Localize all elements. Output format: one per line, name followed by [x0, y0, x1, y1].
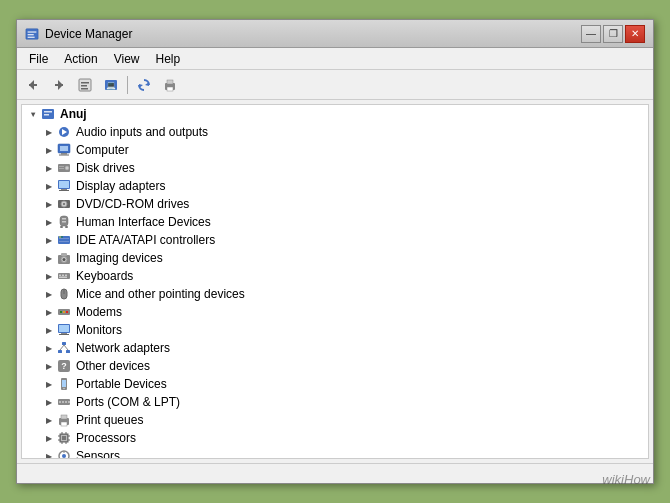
svg-rect-88 — [62, 436, 66, 440]
item-label: Display adapters — [76, 179, 165, 193]
list-item[interactable]: ▶ Modems — [22, 303, 648, 321]
list-item[interactable]: ▶ Imaging devices — [22, 249, 648, 267]
list-item[interactable]: ▶ Audio inputs and outputs — [22, 123, 648, 141]
expand-arrow[interactable]: ▶ — [42, 431, 56, 445]
expand-arrow[interactable]: ▶ — [42, 161, 56, 175]
svg-rect-56 — [65, 275, 67, 277]
disk-icon — [56, 160, 72, 176]
expand-arrow[interactable]: ▶ — [42, 413, 56, 427]
list-item[interactable]: ▶ Monitors — [22, 321, 648, 339]
svg-rect-25 — [60, 146, 68, 151]
list-item[interactable]: ▶ Network adapters — [22, 339, 648, 357]
svg-rect-17 — [167, 80, 173, 84]
svg-text:?: ? — [61, 361, 67, 371]
list-item[interactable]: ▶ Display adapters — [22, 177, 648, 195]
item-label: IDE ATA/ATAPI controllers — [76, 233, 215, 247]
title-bar: Device Manager — ❐ ✕ — [17, 20, 653, 48]
svg-rect-70 — [66, 350, 70, 353]
item-label: Sensors — [76, 449, 120, 459]
expand-arrow[interactable]: ▶ — [42, 395, 56, 409]
expand-arrow[interactable]: ▶ — [42, 233, 56, 247]
svg-rect-66 — [61, 333, 67, 334]
properties-button[interactable] — [73, 74, 97, 96]
svg-rect-43 — [65, 226, 68, 228]
svg-rect-54 — [59, 275, 61, 277]
list-item[interactable]: ▶ Disk drives — [22, 159, 648, 177]
imaging-icon — [56, 250, 72, 266]
expand-arrow[interactable]: ▶ — [42, 215, 56, 229]
sensor-icon — [56, 448, 72, 459]
item-label: Audio inputs and outputs — [76, 125, 208, 139]
svg-rect-68 — [62, 342, 66, 345]
print-button[interactable] — [158, 74, 182, 96]
update-driver-button[interactable]: 💻 — [99, 74, 123, 96]
list-item[interactable]: ▶ Computer — [22, 141, 648, 159]
keyboard-icon — [56, 268, 72, 284]
svg-point-81 — [65, 401, 67, 403]
list-item[interactable]: ▶ Portable Devices — [22, 375, 648, 393]
menu-bar: File Action View Help — [17, 48, 653, 70]
item-label: Mice and other pointing devices — [76, 287, 245, 301]
svg-rect-2 — [28, 34, 34, 35]
menu-action[interactable]: Action — [56, 50, 105, 68]
device-tree[interactable]: ▾ Anuj ▶ — [21, 104, 649, 459]
expand-arrow[interactable]: ▶ — [42, 305, 56, 319]
tree-root[interactable]: ▾ Anuj — [22, 105, 648, 123]
list-item[interactable]: ▶ Ports (COM & LPT) — [22, 393, 648, 411]
svg-rect-1 — [28, 31, 37, 32]
svg-rect-7 — [55, 84, 63, 86]
title-bar-left: Device Manager — [25, 27, 132, 41]
forward-button[interactable] — [47, 74, 71, 96]
window-icon — [25, 27, 39, 41]
restore-button[interactable]: ❐ — [603, 25, 623, 43]
back-button[interactable] — [21, 74, 45, 96]
close-button[interactable]: ✕ — [625, 25, 645, 43]
list-item[interactable]: ▶ Process — [22, 429, 648, 447]
list-item[interactable]: ▶ IDE ATA/ATAPI controllers — [22, 231, 648, 249]
svg-rect-33 — [59, 181, 69, 188]
expand-arrow[interactable]: ▶ — [42, 377, 56, 391]
list-item[interactable]: ▶ Keyboards — [22, 267, 648, 285]
list-item[interactable]: ▶ Mice and other pointing devices — [22, 285, 648, 303]
list-item[interactable]: ▶ ? Other devices — [22, 357, 648, 375]
ports-icon — [56, 394, 72, 410]
expand-arrow[interactable]: ▶ — [42, 341, 56, 355]
svg-rect-31 — [59, 168, 64, 169]
svg-rect-5 — [29, 84, 37, 86]
expand-arrow[interactable]: ▶ — [42, 269, 56, 283]
wikihow-watermark: wikiHow — [602, 472, 650, 487]
root-icon — [40, 106, 56, 122]
menu-help[interactable]: Help — [148, 50, 189, 68]
root-expand-arrow[interactable]: ▾ — [26, 107, 40, 121]
expand-arrow[interactable]: ▶ — [42, 449, 56, 459]
refresh-button[interactable] — [132, 74, 156, 96]
menu-file[interactable]: File — [21, 50, 56, 68]
modem-icon — [56, 304, 72, 320]
item-label: Imaging devices — [76, 251, 163, 265]
expand-arrow[interactable]: ▶ — [42, 323, 56, 337]
dvd-icon — [56, 196, 72, 212]
expand-arrow[interactable]: ▶ — [42, 179, 56, 193]
list-item[interactable]: ▶ Human Interface Devices — [22, 213, 648, 231]
item-label: Disk drives — [76, 161, 135, 175]
expand-arrow[interactable]: ▶ — [42, 287, 56, 301]
svg-marker-14 — [145, 82, 149, 86]
expand-arrow[interactable]: ▶ — [42, 125, 56, 139]
minimize-button[interactable]: — — [581, 25, 601, 43]
svg-rect-45 — [59, 238, 69, 239]
expand-arrow[interactable]: ▶ — [42, 359, 56, 373]
expand-arrow[interactable]: ▶ — [42, 197, 56, 211]
monitor-icon — [56, 322, 72, 338]
svg-point-82 — [68, 401, 70, 403]
svg-rect-46 — [59, 241, 69, 242]
list-item[interactable]: ▶ DVD/CD-ROM drives — [22, 195, 648, 213]
menu-view[interactable]: View — [106, 50, 148, 68]
expand-arrow[interactable]: ▶ — [42, 143, 56, 157]
list-item[interactable]: ▶ Print queues — [22, 411, 648, 429]
svg-point-80 — [62, 401, 64, 403]
svg-rect-11 — [81, 88, 88, 90]
expand-arrow[interactable]: ▶ — [42, 251, 56, 265]
svg-point-61 — [60, 311, 62, 313]
svg-point-48 — [61, 236, 62, 237]
list-item[interactable]: ▶ Sensors — [22, 447, 648, 459]
